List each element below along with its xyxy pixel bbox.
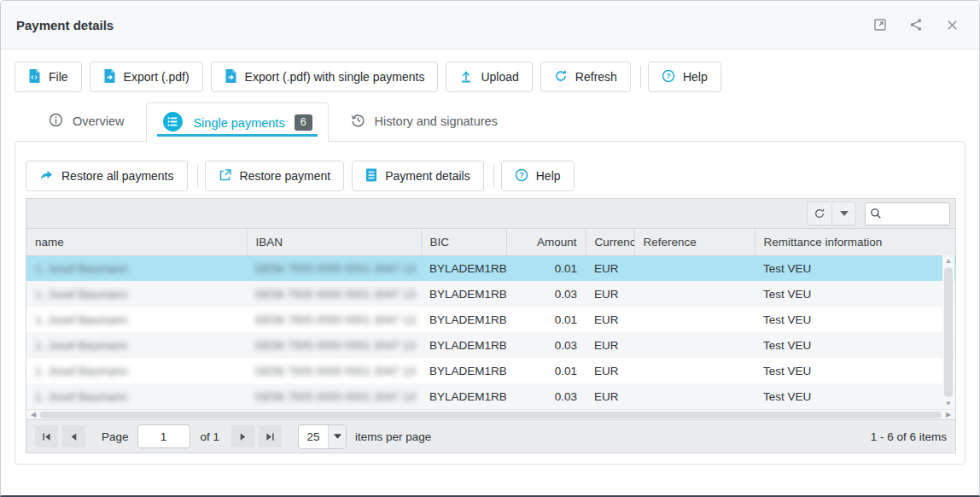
cell-iban: DE56 7505 0000 0001 3047 13 [247,332,421,358]
grid-menu-caret-down-icon[interactable] [831,202,856,225]
column-header-bic[interactable]: BIC [421,229,506,255]
table-row[interactable]: 1. Josef Baumann DE56 7505 0000 0001 304… [26,358,955,383]
cell-currency: EUR [586,383,634,409]
grid-refresh-icon[interactable] [807,202,831,225]
first-page-button[interactable] [35,425,58,447]
close-icon[interactable] [940,13,964,37]
scroll-left-icon[interactable]: ◀ [28,411,38,418]
search-input[interactable] [882,208,942,220]
cell-amount: 0.01 [506,358,586,383]
last-page-button[interactable] [259,425,282,447]
column-header-remittance[interactable]: Remittance information [755,229,955,255]
export-pdf-button-label: Export (.pdf) [124,70,190,84]
panel-toolbar-separator [197,165,198,187]
table-row[interactable]: 1. Josef Baumann DE56 7505 0000 0001 304… [26,332,955,358]
cell-remittance: Test VEU [755,383,955,409]
cell-name: 1. Josef Baumann [26,281,247,307]
cell-iban: DE56 7505 0000 0001 3047 13 [247,383,421,409]
tab-single-payments-label: Single payments [193,116,284,130]
cell-bic: BYLADEM1RBG [421,281,506,307]
column-header-iban[interactable]: IBAN [247,229,421,255]
window-title: Payment details [16,18,114,32]
vertical-scroll-thumb[interactable] [944,267,953,397]
tab-single-payments[interactable]: Single payments 6 [146,102,328,142]
help-button[interactable]: ? Help [648,61,721,92]
payment-details-button-label: Payment details [385,169,470,183]
toolbar-separator [640,66,641,88]
restore-payment-button-label: Restore payment [240,169,331,183]
cell-currency: EUR [586,307,634,332]
table-header-row: name IBAN BIC Amount Currency Reference … [26,229,955,255]
cell-currency: EUR [586,255,634,281]
file-button-label: File [49,70,68,84]
column-header-name[interactable]: name [26,229,247,255]
cell-name: 1. Josef Baumann [26,307,247,332]
cell-remittance: Test VEU [755,281,955,307]
help-button[interactable]: ? Help [501,161,575,191]
upload-button[interactable]: Upload [446,61,532,92]
panel-toolbar-separator [493,165,494,187]
previous-page-button[interactable] [62,425,85,447]
table-row[interactable]: 1. Josef Baumann DE56 7505 0000 0001 304… [26,307,955,332]
cell-currency: EUR [586,358,634,383]
payments-grid: name IBAN BIC Amount Currency Reference … [26,198,956,453]
export-pdf-button[interactable]: Export (.pdf) [90,61,203,92]
search-icon [870,208,882,219]
page-number-input[interactable] [137,424,190,448]
file-button[interactable]: File [15,61,82,92]
info-icon [49,113,63,130]
payment-details-window: Payment details File Export (.pdf) Expor… [0,0,980,497]
scroll-right-icon[interactable]: ▶ [943,411,954,418]
cell-bic: BYLADEM1RBG [421,332,506,358]
restore-all-payments-button[interactable]: Restore all payments [26,161,188,191]
panel-toolbar: Restore all payments Restore payment Pay… [26,161,954,191]
vertical-scrollbar[interactable]: ▲ ▼ [942,255,954,409]
export-pdf-single-payments-button[interactable]: Export (.pdf) with single payments [211,61,439,92]
grid-body: name IBAN BIC Amount Currency Reference … [26,229,955,409]
cell-remittance: Test VEU [755,307,955,332]
scroll-up-icon[interactable]: ▲ [945,255,952,266]
cell-remittance: Test VEU [755,332,955,358]
table-row[interactable]: 1. Josef Baumann DE56 7505 0000 0001 304… [26,383,955,409]
page-size-select[interactable]: 25 [298,424,347,449]
single-payments-count-badge: 6 [295,114,312,131]
cell-reference [634,255,755,281]
scroll-down-icon[interactable]: ▼ [945,398,952,409]
cell-amount: 0.01 [506,307,586,332]
single-payments-panel: Restore all payments Restore payment Pay… [15,141,965,465]
column-header-currency[interactable]: Currency [586,229,634,255]
cell-amount: 0.01 [506,255,586,281]
horizontal-scroll-thumb[interactable] [40,412,942,418]
next-page-button[interactable] [231,425,254,447]
help-icon: ? [515,168,528,184]
table-row[interactable]: 1. Josef Baumann DE56 7505 0000 0001 304… [26,281,955,307]
tab-overview[interactable]: Overview [26,102,146,141]
help-icon: ? [662,69,675,85]
refresh-button[interactable]: Refresh [540,61,631,92]
payments-table: name IBAN BIC Amount Currency Reference … [26,229,955,409]
cell-reference [634,358,755,383]
column-header-amount[interactable]: Amount [506,229,586,255]
cell-reference [634,332,755,358]
payment-details-icon [365,168,377,184]
help-button-label: Help [683,70,708,84]
horizontal-scrollbar[interactable]: ◀ ▶ [26,409,955,419]
items-per-page-label: items per page [355,430,431,443]
popout-icon[interactable] [868,13,892,37]
tab-overview-label: Overview [73,114,124,128]
tab-history-and-signatures[interactable]: History and signatures [329,102,520,141]
cell-amount: 0.03 [506,383,586,409]
history-icon [351,113,365,130]
tab-history-and-signatures-label: History and signatures [375,114,498,128]
cell-iban: DE56 7505 0000 0001 3047 13 [247,307,421,332]
restore-payment-button[interactable]: Restore payment [205,161,345,191]
upload-icon [459,69,473,85]
payment-details-button[interactable]: Payment details [352,161,484,191]
share-icon[interactable] [904,13,928,37]
help-button-label: Help [536,169,561,183]
list-icon [162,111,184,135]
page-label: Page [102,430,129,443]
upload-button-label: Upload [481,70,518,84]
table-row[interactable]: 1. Josef Baumann DE56 7505 0000 0001 304… [26,255,955,281]
column-header-reference[interactable]: Reference [634,229,755,255]
